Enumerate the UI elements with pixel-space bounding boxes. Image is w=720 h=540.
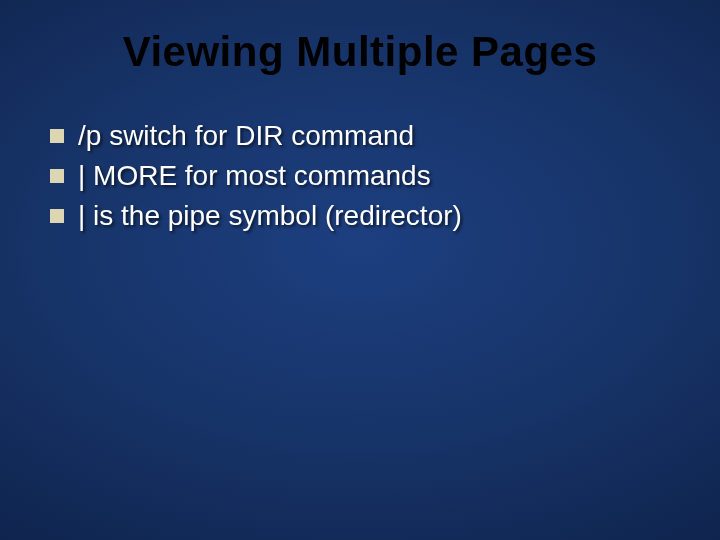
list-item: | is the pipe symbol (redirector) [50,198,680,234]
bullet-text: /p switch for DIR command [78,118,414,154]
square-bullet-icon [50,209,64,223]
slide: Viewing Multiple Pages /p switch for DIR… [0,0,720,540]
list-item: /p switch for DIR command [50,118,680,154]
bullet-text: | is the pipe symbol (redirector) [78,198,462,234]
square-bullet-icon [50,129,64,143]
bullet-text: | MORE for most commands [78,158,431,194]
slide-title: Viewing Multiple Pages [40,28,680,76]
square-bullet-icon [50,169,64,183]
bullet-list: /p switch for DIR command | MORE for mos… [40,118,680,234]
list-item: | MORE for most commands [50,158,680,194]
